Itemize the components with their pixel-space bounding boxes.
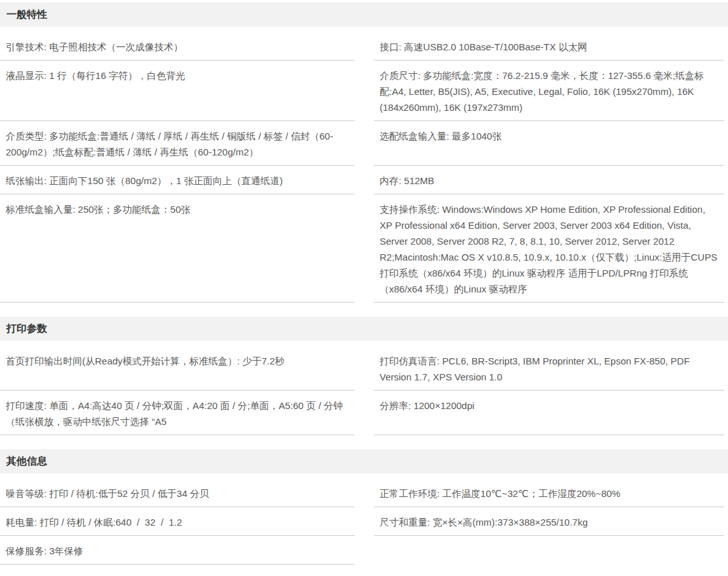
spec-media-size: 介质尺寸: 多功能纸盒:宽度：76.2-215.9 毫米，长度：127-355.… (374, 61, 724, 121)
spec-row: 纸张输出: 正面向下150 张（80g/m2），1 张正面向上（直通纸道) 内存… (0, 166, 728, 194)
section-title: 一般特性 (6, 8, 47, 22)
spec-row: 引擎技术: 电子照相技术（一次成像技术） 接口: 高速USB2.0 10Base… (0, 32, 728, 61)
spec-standard-tray-capacity: 标准纸盒输入量: 250张；多功能纸盒：50张 (0, 194, 355, 303)
spec-row: 首页打印输出时间(从Ready模式开始计算，标准纸盒）: 少于7.2秒 打印仿真… (0, 346, 728, 391)
section-title: 打印参数 (6, 322, 47, 336)
spec-row: 打印速度: 单面，A4:高达40 页 / 分钟;双面，A4:20 面 / 分;单… (0, 391, 728, 435)
section-title: 其他信息 (6, 455, 47, 468)
spec-warranty: 保修服务: 3年保修 (0, 536, 355, 565)
spec-interface: 接口: 高速USB2.0 10Base-T/100Base-TX 以太网 (374, 32, 724, 61)
spec-lcd-display: 液晶显示: 1 行（每行16 字符），白色背光 (0, 61, 355, 121)
spec-row: 耗电量: 打印 / 待机 / 休眠:640 / 32 / 1.2 尺寸和重量: … (0, 507, 728, 536)
spec-row: 标准纸盒输入量: 250张；多功能纸盒：50张 支持操作系统: Windows:… (0, 194, 728, 303)
spec-row: 介质类型: 多功能纸盒:普通纸 / 薄纸 / 厚纸 / 再生纸 / 铜版纸 / … (0, 121, 728, 166)
spec-emulation-languages: 打印仿真语言: PCL6, BR-Script3, IBM Proprinter… (374, 346, 724, 391)
spec-row: 液晶显示: 1 行（每行16 字符），白色背光 介质尺寸: 多功能纸盒:宽度：7… (0, 61, 728, 121)
section-rows: 引擎技术: 电子照相技术（一次成像技术） 接口: 高速USB2.0 10Base… (0, 32, 728, 303)
spec-power-consumption: 耗电量: 打印 / 待机 / 休眠:640 / 32 / 1.2 (0, 507, 355, 536)
section-other-info: 其他信息 噪音等级: 打印 / 待机:低于52 分贝 / 低于34 分贝 正常工… (0, 449, 728, 565)
spec-first-print-time: 首页打印输出时间(从Ready模式开始计算，标准纸盒）: 少于7.2秒 (0, 346, 355, 391)
section-rows: 噪音等级: 打印 / 待机:低于52 分贝 / 低于34 分贝 正常工作环境: … (0, 479, 728, 565)
spec-row: 保修服务: 3年保修 (0, 536, 728, 565)
section-print-parameters: 打印参数 首页打印输出时间(从Ready模式开始计算，标准纸盒）: 少于7.2秒… (0, 317, 728, 435)
printer-spec-page: 一般特性 引擎技术: 电子照相技术（一次成像技术） 接口: 高速USB2.0 1… (0, 0, 728, 573)
spec-memory: 内存: 512MB (374, 166, 724, 194)
spec-noise-level: 噪音等级: 打印 / 待机:低于52 分贝 / 低于34 分贝 (0, 479, 355, 507)
section-title-bar: 其他信息 (0, 449, 728, 473)
spec-print-speed: 打印速度: 单面，A4:高达40 页 / 分钟;双面，A4:20 面 / 分;单… (0, 391, 355, 435)
spec-engine-technology: 引擎技术: 电子照相技术（一次成像技术） (0, 32, 355, 61)
spec-paper-output: 纸张输出: 正面向下150 张（80g/m2），1 张正面向上（直通纸道) (0, 166, 355, 194)
spec-optional-tray-capacity: 选配纸盒输入量: 最多1040张 (374, 121, 724, 166)
spec-operating-environment: 正常工作环境: 工作温度10℃~32℃；工作湿度20%~80% (374, 479, 724, 507)
spec-empty-cell (374, 536, 724, 565)
spec-row: 噪音等级: 打印 / 待机:低于52 分贝 / 低于34 分贝 正常工作环境: … (0, 479, 728, 507)
spec-supported-os: 支持操作系统: Windows:Windows XP Home Edition,… (374, 194, 724, 303)
section-rows: 首页打印输出时间(从Ready模式开始计算，标准纸盒）: 少于7.2秒 打印仿真… (0, 346, 728, 435)
section-general-features: 一般特性 引擎技术: 电子照相技术（一次成像技术） 接口: 高速USB2.0 1… (0, 3, 728, 303)
spec-resolution: 分辨率: 1200×1200dpi (374, 391, 724, 435)
spec-media-type: 介质类型: 多功能纸盒:普通纸 / 薄纸 / 厚纸 / 再生纸 / 铜版纸 / … (0, 121, 355, 166)
spec-dimensions-weight: 尺寸和重量: 宽×长×高(mm):373×388×255/10.7kg (374, 507, 724, 536)
section-title-bar: 一般特性 (0, 3, 728, 27)
section-title-bar: 打印参数 (0, 317, 728, 341)
